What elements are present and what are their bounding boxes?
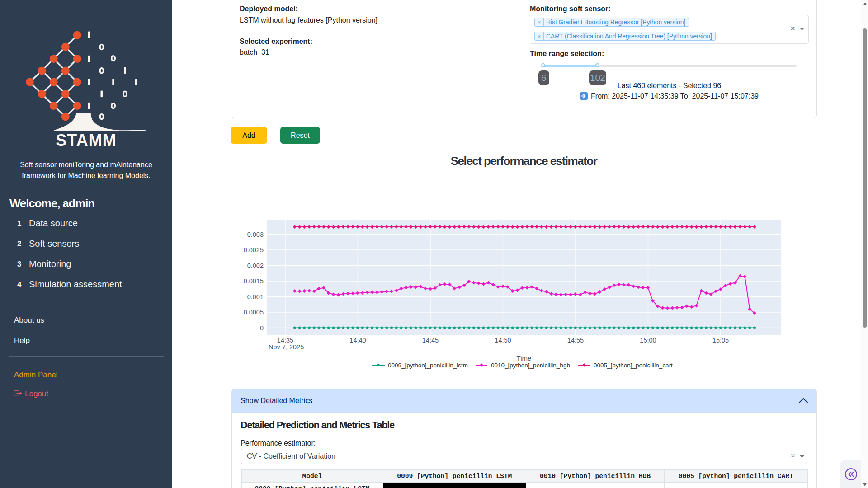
svg-text:14:50: 14:50 [495,337,511,344]
svg-text:15:00: 15:00 [640,337,656,344]
svg-text:15:05: 15:05 [712,337,729,344]
svg-text:14:45: 14:45 [422,337,439,344]
svg-text:0: 0 [260,324,264,332]
svg-text:Time: Time [517,354,532,362]
svg-text:14:55: 14:55 [567,337,584,344]
svg-text:14:40: 14:40 [349,337,366,344]
svg-text:0.0015: 0.0015 [244,277,264,285]
svg-text:0.0005: 0.0005 [244,309,264,316]
svg-text:0.0025: 0.0025 [244,246,264,253]
svg-text:0009_[python]_penicillin_lstm: 0009_[python]_penicillin_lstm [388,362,468,369]
svg-text:0005_[python]_penicillin_cart: 0005_[python]_penicillin_cart [594,362,673,369]
svg-text:0.001: 0.001 [247,293,264,300]
svg-text:Nov 7, 2025: Nov 7, 2025 [269,343,304,351]
svg-text:0.003: 0.003 [247,231,264,238]
svg-text:0010_[python]_penicillin_hgb: 0010_[python]_penicillin_hgb [491,362,570,369]
svg-text:0.002: 0.002 [247,262,264,269]
svg-text:14:35: 14:35 [277,337,293,344]
